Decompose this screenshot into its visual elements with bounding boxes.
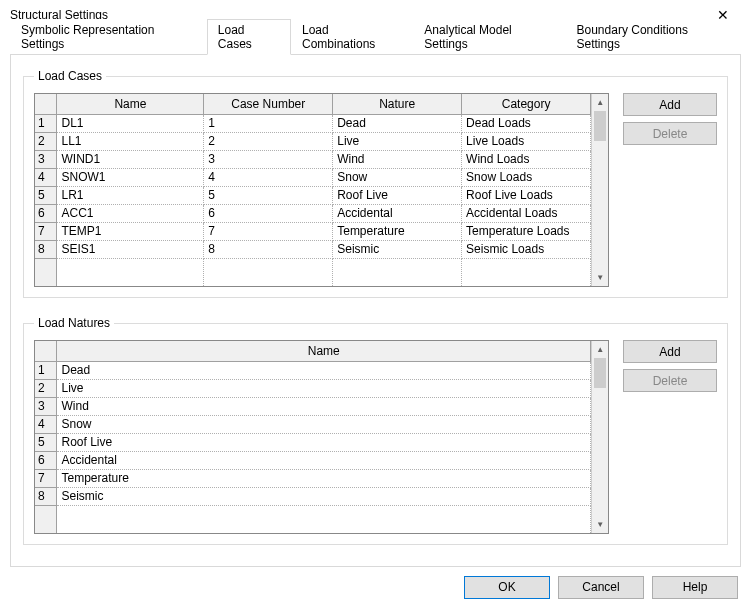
cell-case-number[interactable]: 3 xyxy=(204,150,333,168)
group-load-cases-legend: Load Cases xyxy=(34,69,106,83)
col-category[interactable]: Category xyxy=(462,94,591,114)
table-row[interactable]: 7TEMP17TemperatureTemperature Loads xyxy=(35,222,591,240)
table-row[interactable]: 1DL11DeadDead Loads xyxy=(35,114,591,132)
table-row[interactable]: 5Roof Live xyxy=(35,433,591,451)
grid-corner xyxy=(35,341,57,361)
table-row[interactable]: 8SEIS18SeismicSeismic Loads xyxy=(35,240,591,258)
col-name[interactable]: Name xyxy=(57,341,591,361)
cell-category[interactable]: Accidental Loads xyxy=(462,204,591,222)
cell-name[interactable]: Live xyxy=(57,379,591,397)
table-row[interactable]: 6ACC16AccidentalAccidental Loads xyxy=(35,204,591,222)
cell-case-number[interactable]: 2 xyxy=(204,132,333,150)
load-natures-add-button[interactable]: Add xyxy=(623,340,717,363)
scroll-down-icon[interactable]: ▼ xyxy=(592,516,608,533)
cell-name[interactable]: Seismic xyxy=(57,487,591,505)
load-natures-grid[interactable]: Name 1Dead2Live3Wind4Snow5Roof Live6Acci… xyxy=(34,340,609,534)
row-number: 8 xyxy=(35,487,57,505)
load-cases-grid[interactable]: Name Case Number Nature Category 1DL11De… xyxy=(34,93,609,287)
table-row[interactable]: 6Accidental xyxy=(35,451,591,469)
row-number: 3 xyxy=(35,150,57,168)
cell-category[interactable]: Seismic Loads xyxy=(462,240,591,258)
col-nature[interactable]: Nature xyxy=(333,94,462,114)
cell-name[interactable]: Accidental xyxy=(57,451,591,469)
row-number: 7 xyxy=(35,222,57,240)
table-row[interactable]: 4SNOW14SnowSnow Loads xyxy=(35,168,591,186)
cell-name[interactable]: SEIS1 xyxy=(57,240,204,258)
load-cases-delete-button[interactable]: Delete xyxy=(623,122,717,145)
cell-category[interactable]: Live Loads xyxy=(462,132,591,150)
cell-name[interactable]: LL1 xyxy=(57,132,204,150)
row-number: 4 xyxy=(35,168,57,186)
ok-button[interactable]: OK xyxy=(464,576,550,599)
tab-strip: Symbolic Representation Settings Load Ca… xyxy=(10,32,741,54)
cell-name[interactable]: Roof Live xyxy=(57,433,591,451)
cell-category[interactable]: Roof Live Loads xyxy=(462,186,591,204)
table-row[interactable]: 8Seismic xyxy=(35,487,591,505)
group-load-natures-legend: Load Natures xyxy=(34,316,114,330)
tab-boundary-conditions[interactable]: Boundary Conditions Settings xyxy=(566,19,741,54)
cell-nature[interactable]: Dead xyxy=(333,114,462,132)
load-cases-add-button[interactable]: Add xyxy=(623,93,717,116)
cell-name[interactable]: LR1 xyxy=(57,186,204,204)
cell-name[interactable]: SNOW1 xyxy=(57,168,204,186)
scroll-thumb[interactable] xyxy=(594,358,606,388)
table-row[interactable]: 2LL12LiveLive Loads xyxy=(35,132,591,150)
cell-name[interactable]: WIND1 xyxy=(57,150,204,168)
cell-case-number[interactable]: 5 xyxy=(204,186,333,204)
table-row[interactable]: 4Snow xyxy=(35,415,591,433)
cell-case-number[interactable]: 1 xyxy=(204,114,333,132)
cell-category[interactable]: Snow Loads xyxy=(462,168,591,186)
load-natures-scrollbar[interactable]: ▲ ▼ xyxy=(591,341,608,533)
table-row[interactable]: 2Live xyxy=(35,379,591,397)
table-row[interactable]: 1Dead xyxy=(35,361,591,379)
cell-case-number[interactable]: 7 xyxy=(204,222,333,240)
row-number: 3 xyxy=(35,397,57,415)
cell-name[interactable]: Temperature xyxy=(57,469,591,487)
cell-nature[interactable]: Snow xyxy=(333,168,462,186)
row-number: 6 xyxy=(35,451,57,469)
cell-nature[interactable]: Roof Live xyxy=(333,186,462,204)
col-name[interactable]: Name xyxy=(57,94,204,114)
row-number: 5 xyxy=(35,186,57,204)
cell-nature[interactable]: Temperature xyxy=(333,222,462,240)
tab-load-cases[interactable]: Load Cases xyxy=(207,19,291,55)
cell-case-number[interactable]: 4 xyxy=(204,168,333,186)
cell-category[interactable]: Temperature Loads xyxy=(462,222,591,240)
help-button[interactable]: Help xyxy=(652,576,738,599)
row-number: 7 xyxy=(35,469,57,487)
cell-name[interactable]: Snow xyxy=(57,415,591,433)
row-number: 8 xyxy=(35,240,57,258)
cell-name[interactable]: Wind xyxy=(57,397,591,415)
load-natures-delete-button[interactable]: Delete xyxy=(623,369,717,392)
table-row-blank[interactable] xyxy=(35,505,591,533)
cell-name[interactable]: Dead xyxy=(57,361,591,379)
row-number: 1 xyxy=(35,361,57,379)
cell-name[interactable]: TEMP1 xyxy=(57,222,204,240)
table-row-blank[interactable] xyxy=(35,258,591,286)
table-row[interactable]: 3WIND13WindWind Loads xyxy=(35,150,591,168)
table-row[interactable]: 3Wind xyxy=(35,397,591,415)
cell-category[interactable]: Dead Loads xyxy=(462,114,591,132)
scroll-down-icon[interactable]: ▼ xyxy=(592,269,608,286)
content-area: Symbolic Representation Settings Load Ca… xyxy=(0,30,751,567)
cell-name[interactable]: ACC1 xyxy=(57,204,204,222)
table-row[interactable]: 5LR15Roof LiveRoof Live Loads xyxy=(35,186,591,204)
scroll-up-icon[interactable]: ▲ xyxy=(592,341,608,358)
cell-case-number[interactable]: 6 xyxy=(204,204,333,222)
tab-analytical-model[interactable]: Analytical Model Settings xyxy=(413,19,565,54)
scroll-thumb[interactable] xyxy=(594,111,606,141)
scroll-up-icon[interactable]: ▲ xyxy=(592,94,608,111)
col-case-number[interactable]: Case Number xyxy=(204,94,333,114)
cell-nature[interactable]: Live xyxy=(333,132,462,150)
cell-category[interactable]: Wind Loads xyxy=(462,150,591,168)
table-row[interactable]: 7Temperature xyxy=(35,469,591,487)
cell-case-number[interactable]: 8 xyxy=(204,240,333,258)
cell-nature[interactable]: Accidental xyxy=(333,204,462,222)
load-cases-scrollbar[interactable]: ▲ ▼ xyxy=(591,94,608,286)
cancel-button[interactable]: Cancel xyxy=(558,576,644,599)
cell-name[interactable]: DL1 xyxy=(57,114,204,132)
cell-nature[interactable]: Wind xyxy=(333,150,462,168)
tab-symbolic-representation[interactable]: Symbolic Representation Settings xyxy=(10,19,207,54)
tab-load-combinations[interactable]: Load Combinations xyxy=(291,19,413,54)
cell-nature[interactable]: Seismic xyxy=(333,240,462,258)
